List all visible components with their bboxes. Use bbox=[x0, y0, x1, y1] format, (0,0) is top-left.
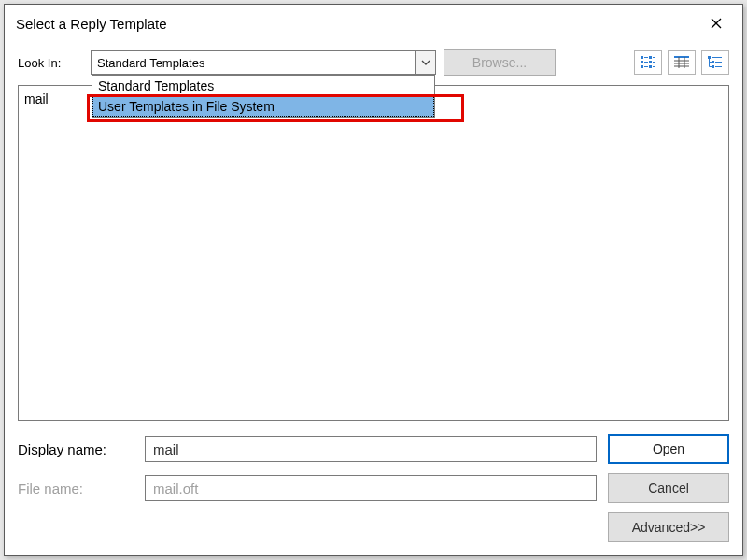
list-view-icon bbox=[673, 55, 690, 70]
display-name-value: mail bbox=[153, 441, 179, 457]
lookin-dropdown: Standard Templates User Templates in Fil… bbox=[92, 75, 435, 118]
display-name-field[interactable]: mail bbox=[145, 436, 597, 462]
chevron-down-icon bbox=[415, 51, 435, 74]
cancel-button[interactable]: Cancel bbox=[608, 473, 729, 503]
close-button[interactable] bbox=[698, 10, 735, 36]
advanced-row: Advanced>> bbox=[18, 512, 729, 542]
view-mode-buttons bbox=[634, 50, 729, 75]
titlebar: Select a Reply Template bbox=[5, 5, 742, 42]
dialog-body: Look In: Standard Templates Standard Tem… bbox=[5, 42, 742, 555]
lookin-selected-text: Standard Templates bbox=[97, 56, 411, 70]
icons-view-icon bbox=[640, 55, 656, 70]
lookin-option-user-filesystem[interactable]: User Templates in File System bbox=[92, 96, 434, 117]
dialog-title: Select a Reply Template bbox=[16, 16, 166, 32]
lookin-label: Look In: bbox=[18, 56, 83, 70]
select-reply-template-dialog: Select a Reply Template Look In: Standar… bbox=[4, 4, 743, 556]
lookin-row: Look In: Standard Templates Standard Tem… bbox=[18, 49, 729, 76]
file-name-field: mail.oft bbox=[145, 475, 597, 501]
display-name-label: Display name: bbox=[18, 441, 134, 457]
svg-rect-8 bbox=[649, 61, 652, 63]
svg-rect-6 bbox=[641, 61, 643, 63]
bottom-area: Display name: mail Open File name: mail.… bbox=[18, 434, 729, 542]
lookin-combobox[interactable]: Standard Templates Standard Templates Us… bbox=[91, 50, 436, 75]
open-button[interactable]: Open bbox=[608, 434, 729, 464]
template-listbox[interactable]: mail bbox=[18, 85, 729, 421]
svg-rect-24 bbox=[712, 65, 714, 68]
svg-rect-4 bbox=[649, 56, 652, 59]
view-icons-button[interactable] bbox=[634, 50, 662, 75]
advanced-button[interactable]: Advanced>> bbox=[608, 512, 729, 542]
file-name-value: mail.oft bbox=[153, 481, 198, 497]
browse-button: Browse... bbox=[444, 49, 556, 76]
list-item[interactable]: mail bbox=[24, 91, 49, 106]
close-icon bbox=[711, 18, 722, 29]
lookin-option-standard[interactable]: Standard Templates bbox=[92, 76, 434, 96]
display-name-row: Display name: mail Open bbox=[18, 434, 729, 464]
file-name-label: File name: bbox=[18, 481, 134, 497]
view-list-button[interactable] bbox=[668, 50, 696, 75]
tree-view-icon bbox=[707, 55, 724, 70]
svg-rect-20 bbox=[708, 56, 711, 59]
svg-rect-10 bbox=[641, 65, 643, 68]
svg-rect-2 bbox=[641, 56, 643, 59]
svg-rect-22 bbox=[712, 61, 714, 63]
svg-rect-12 bbox=[649, 65, 652, 68]
view-tree-button[interactable] bbox=[701, 50, 729, 75]
file-name-row: File name: mail.oft Cancel bbox=[18, 473, 729, 503]
